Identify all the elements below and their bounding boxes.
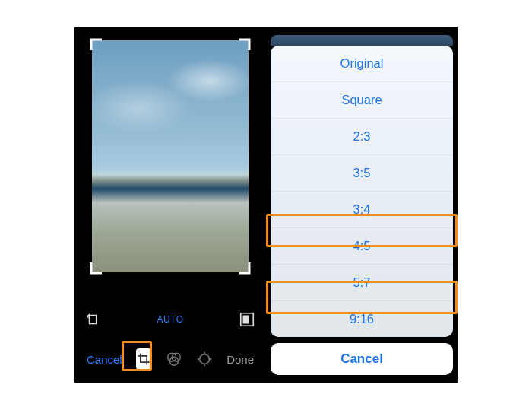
auto-button[interactable]: AUTO — [102, 314, 239, 325]
ratio-3-4[interactable]: 3:4 — [271, 191, 453, 227]
svg-point-5 — [200, 354, 210, 364]
crop-handle-bottom-right[interactable] — [237, 261, 251, 275]
rotate-icon[interactable] — [85, 311, 102, 328]
crop-handle-top-right[interactable] — [237, 38, 251, 52]
filters-mode-button[interactable] — [166, 348, 182, 370]
aspect-ratio-sheet: Original Square 2:3 3:5 3:4 4:5 5:7 9:16 — [271, 46, 453, 337]
sheet-photo-peek — [271, 35, 453, 46]
crop-toolbar: AUTO — [74, 307, 266, 332]
photo-preview — [92, 40, 249, 175]
ratio-3-5[interactable]: 3:5 — [271, 154, 453, 191]
bottom-toolbar: Cancel Done — [74, 344, 266, 374]
aspect-sheet-pane: Original Square 2:3 3:5 3:4 4:5 5:7 9:16… — [266, 27, 458, 383]
svg-rect-1 — [243, 316, 249, 324]
ratio-square[interactable]: Square — [271, 81, 453, 118]
ratio-5-7[interactable]: 5:7 — [271, 264, 453, 300]
ratio-9-16[interactable]: 9:16 — [271, 300, 453, 337]
crop-editor-pane: AUTO Cancel Done — [74, 27, 266, 383]
straighten-dial[interactable] — [74, 274, 266, 307]
cancel-button[interactable]: Cancel — [87, 353, 122, 366]
annotation-highlight-crop — [122, 341, 152, 371]
done-button[interactable]: Done — [226, 353, 254, 366]
ratio-2-3[interactable]: 2:3 — [271, 118, 453, 154]
adjust-mode-button[interactable] — [196, 348, 213, 370]
crop-frame[interactable] — [92, 40, 249, 272]
screenshot-pair: AUTO Cancel Done Original S — [74, 27, 458, 383]
ratio-4-5[interactable]: 4:5 — [271, 227, 453, 264]
crop-handle-bottom-left[interactable] — [90, 261, 103, 275]
ratio-original[interactable]: Original — [271, 46, 453, 81]
sheet-cancel-button[interactable]: Cancel — [271, 343, 453, 375]
aspect-ratio-icon[interactable] — [239, 311, 255, 328]
sheet-backdrop: Original Square 2:3 3:5 3:4 4:5 5:7 9:16… — [266, 27, 458, 383]
crop-handle-top-left[interactable] — [90, 38, 103, 52]
